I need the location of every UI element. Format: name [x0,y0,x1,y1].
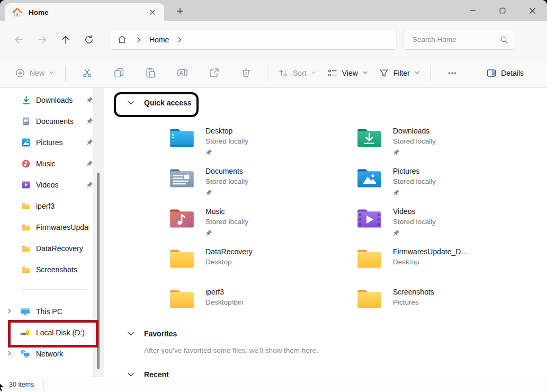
tile-firmwaresupdate[interactable]: FirmwaresUpdate_D... Desktop [356,246,543,287]
search-placeholder: Search Home [413,35,500,43]
back-button[interactable] [7,29,31,50]
rename-button[interactable] [169,63,195,84]
tile-name: FirmwaresUpdate_D... [393,246,467,257]
sidebar-item-firmwaresupdate[interactable]: FirmwaresUpdat [0,217,102,238]
desktop-folder-icon [168,126,195,149]
quick-access-grid: Desktop Stored locally Downloads Sto [168,126,543,327]
pin-icon [393,189,400,196]
favorites-header[interactable]: Favorites [127,329,177,338]
tile-music[interactable]: Music Stored locally [168,206,356,246]
tile-documents[interactable]: Documents Stored locally [168,166,356,206]
tile-text: FirmwaresUpdate_D... Desktop [393,246,467,268]
view-icon [327,68,338,78]
new-tab-button[interactable] [173,4,187,18]
local-disk-annotation-box [8,320,98,348]
details-button-label: Details [501,69,524,77]
tile-location: Desktop\bin [205,297,243,308]
filter-button[interactable]: Filter [373,64,425,83]
toolbar-divider [431,65,431,81]
chevron-right-icon[interactable] [136,37,142,43]
sidebar-item-label: Documents [36,117,74,126]
share-button[interactable] [201,63,227,84]
sidebar-item-documents[interactable]: Documents [0,111,102,132]
tile-name: DataRecovery [205,246,253,257]
favorites-hint: After you’ve favorited some files, we’ll… [144,346,318,354]
status-bar: 30 items [0,377,547,391]
tile-text: DataRecovery Desktop [205,246,253,268]
copy-icon [113,67,124,78]
tile-location: Stored locally [393,176,436,187]
tile-name: Music [205,206,248,217]
tile-location: Stored locally [393,136,436,147]
forward-button[interactable] [31,29,54,50]
tile-desktop[interactable]: Desktop Stored locally [168,126,356,166]
chevron-down-icon [414,70,420,76]
new-button-label: New [30,69,44,77]
pin-icon [205,189,212,196]
tile-datarecovery[interactable]: DataRecovery Desktop [168,246,356,287]
breadcrumb-home[interactable]: Home [149,35,169,44]
music-icon [21,159,31,168]
maximize-icon [499,7,506,14]
tile-downloads[interactable]: Downloads Stored locally [356,126,543,166]
tile-pictures[interactable]: Pictures Stored locally [356,166,543,206]
tile-screenshots[interactable]: Screenshots Pictures [356,287,543,327]
chevron-right-icon[interactable] [176,37,183,43]
view-button-label: View [342,69,358,77]
up-button[interactable] [54,29,77,50]
chevron-down-icon[interactable] [127,371,134,377]
tile-text: Downloads Stored locally [393,126,436,156]
navigation-pane: Downloads Documents Pictures [0,88,104,377]
sidebar-item-music[interactable]: Music [0,153,102,174]
close-window-button[interactable] [517,0,547,21]
item-count: 30 items [9,381,34,388]
minimize-button[interactable] [458,0,488,21]
search-icon[interactable] [500,35,508,44]
tile-text: Music Stored locally [205,206,248,236]
chevron-right-icon[interactable] [6,308,13,314]
trash-icon [240,67,252,78]
refresh-button[interactable] [77,29,101,50]
paste-button[interactable] [138,63,163,84]
share-icon [209,67,220,78]
sort-button[interactable]: Sort [273,64,322,83]
sidebar-item-iperf3[interactable]: iperf3 [0,195,102,217]
content-pane: Quick access Desktop Stored locally [104,88,547,377]
cut-button[interactable] [74,63,100,84]
sidebar-item-screenshots[interactable]: Screenshots [0,259,102,280]
address-bar[interactable]: Home [109,30,397,50]
sidebar-item-datarecovery[interactable]: DataRecovery [0,238,102,259]
recent-header[interactable]: Recent [127,370,169,377]
folder-icon [21,245,31,253]
sidebar-item-videos[interactable]: Videos [0,174,102,195]
copy-button[interactable] [106,63,131,84]
folder-icon [21,202,31,210]
tile-iperf3[interactable]: iperf3 Desktop\bin [168,287,356,327]
paste-icon [145,67,156,78]
sidebar-item-downloads[interactable]: Downloads [0,90,102,111]
tile-name: Videos [393,206,436,217]
downloads-icon [21,95,31,105]
rename-icon [177,67,188,78]
tab-home[interactable]: Home [5,3,164,21]
filter-button-label: Filter [393,69,410,77]
delete-button[interactable] [233,63,258,84]
tab-close-button[interactable] [146,6,159,19]
tab-title: Home [29,8,146,16]
new-button[interactable]: New [10,64,60,83]
chevron-right-icon[interactable] [6,350,13,357]
search-input[interactable]: Search Home [403,30,515,50]
sidebar-item-label: Network [36,350,63,358]
sidebar-item-this-pc[interactable]: This PC [0,301,102,322]
sidebar-item-label: This PC [36,307,62,316]
sort-icon [278,68,289,78]
details-button[interactable]: Details [481,64,529,83]
tile-name: Desktop [205,126,248,136]
chevron-down-icon[interactable] [127,330,134,337]
view-button[interactable]: View [322,64,373,83]
more-options-button[interactable] [440,63,465,84]
maximize-button[interactable] [488,0,517,21]
sidebar-item-pictures[interactable]: Pictures [0,132,102,153]
tile-videos[interactable]: Videos Stored locally [356,206,543,246]
pin-icon [393,149,400,156]
